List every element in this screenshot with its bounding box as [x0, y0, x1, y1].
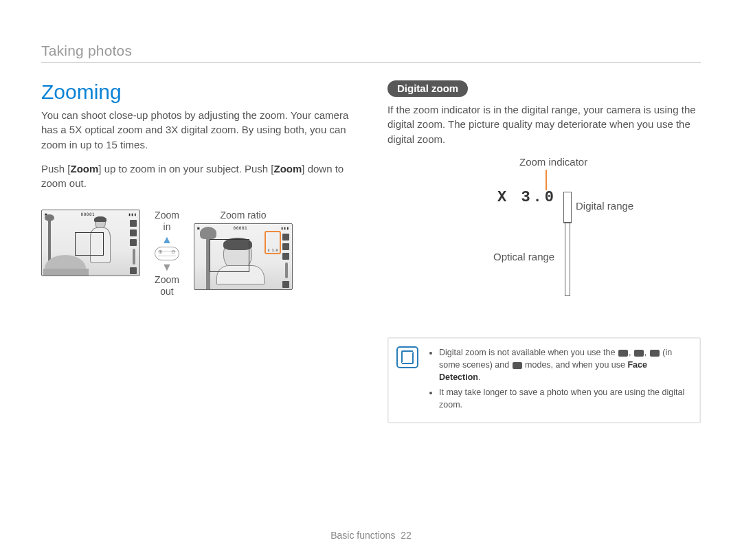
smart-mode-icon [618, 350, 628, 357]
setting-icon [130, 239, 137, 246]
zoom-ratio-highlight: X 3.0 [265, 231, 281, 254]
zoom-out-label: Zoom out [155, 274, 179, 298]
text-fragment: , [629, 348, 633, 357]
digital-zoom-heading: Digital zoom [387, 80, 468, 97]
arrow-up-icon: ▲ [161, 234, 172, 245]
page-footer: Basic functions 22 [0, 530, 742, 541]
focus-rect [210, 239, 249, 272]
zoom-in-label: Zoom in [155, 210, 179, 233]
text-fragment: , [644, 348, 649, 357]
camera-screen-wide: ▣ 00001 ▮▮▮ [41, 210, 140, 276]
zoom-range-bar [563, 192, 572, 296]
footer-section: Basic functions [330, 530, 395, 541]
zoom-figure: ▣ 00001 ▮▮▮ [41, 210, 355, 297]
note-icon [396, 346, 418, 368]
setting-icon [282, 243, 289, 250]
optical-range-label: Optical range [493, 251, 554, 262]
movie-mode-icon [513, 362, 522, 369]
zoom-ratio-label: Zoom ratio [221, 210, 267, 221]
magnify-plus-icon: ⊕ [158, 249, 163, 255]
leader-line [546, 170, 547, 190]
zoom-rocker-icon: ⊕ ⊖ [155, 247, 179, 260]
text-fragment: ] up to zoom in on your subject. Push [ [98, 163, 273, 175]
setting-icon [130, 220, 137, 227]
text-fragment: . [478, 372, 480, 382]
left-column: Zooming You can shoot close-up photos by… [41, 80, 355, 423]
setting-icon [130, 229, 137, 236]
zoom-ratio-value: X 3.0 [267, 248, 278, 252]
dis-mode-icon [634, 350, 644, 357]
section-title: Zooming [41, 80, 355, 104]
zoom-keyword: Zoom [71, 163, 99, 175]
digital-zoom-paragraph: If the zoom indicator is in the digital … [387, 102, 701, 146]
breadcrumb: Taking photos [41, 43, 701, 63]
battery-icon: ▮▮▮ [281, 225, 289, 230]
note-item: Digital zoom is not available when you u… [439, 346, 689, 383]
setting-icon [282, 281, 289, 288]
text-fragment: modes, and when you use [523, 360, 628, 370]
focus-rect [75, 232, 104, 256]
magnify-minus-icon: ⊖ [171, 249, 176, 255]
digital-range-segment [563, 192, 572, 223]
zoom-indicator-label: Zoom indicator [519, 156, 587, 168]
breadcrumb-text: Taking photos [41, 43, 132, 58]
right-column: Digital zoom If the zoom indicator is in… [387, 80, 701, 423]
info-note-box: Digital zoom is not available when you u… [387, 337, 701, 423]
shot-counter: 00001 [234, 225, 248, 230]
text-fragment: Digital zoom is not available when you u… [439, 348, 618, 357]
shot-counter: 00001 [81, 212, 95, 216]
battery-icon: ▮▮▮ [128, 212, 137, 216]
footer-page-number: 22 [401, 530, 412, 541]
zoom-keyword: Zoom [274, 163, 302, 175]
setting-icon [130, 267, 137, 274]
instruction-paragraph: Push [Zoom] up to zoom in on your subjec… [41, 161, 355, 191]
note-item: It may take longer to save a photo when … [439, 386, 689, 411]
setting-icon [282, 234, 289, 240]
zoom-bar [285, 262, 288, 278]
digital-range-label: Digital range [576, 200, 633, 212]
zoom-value-readout: X 3.0 [497, 189, 556, 206]
zoom-indicator-diagram: Zoom indicator X 3.0 Digital range Optic… [497, 156, 704, 300]
intro-paragraph: You can shoot close-up photos by adjusti… [41, 108, 355, 152]
note-list: Digital zoom is not available when you u… [428, 346, 689, 414]
zoom-control-diagram: Zoom in ▲ ⊕ ⊖ ▼ Zoom out [146, 210, 188, 297]
zoom-bar [133, 249, 135, 265]
setting-icon [282, 253, 289, 260]
text-fragment: Push [ [41, 163, 71, 175]
scene-mode-icon [650, 350, 660, 357]
camera-screen-zoomed: ▣ 00001 ▮▮▮ [194, 223, 293, 290]
arrow-down-icon: ▼ [161, 262, 172, 273]
